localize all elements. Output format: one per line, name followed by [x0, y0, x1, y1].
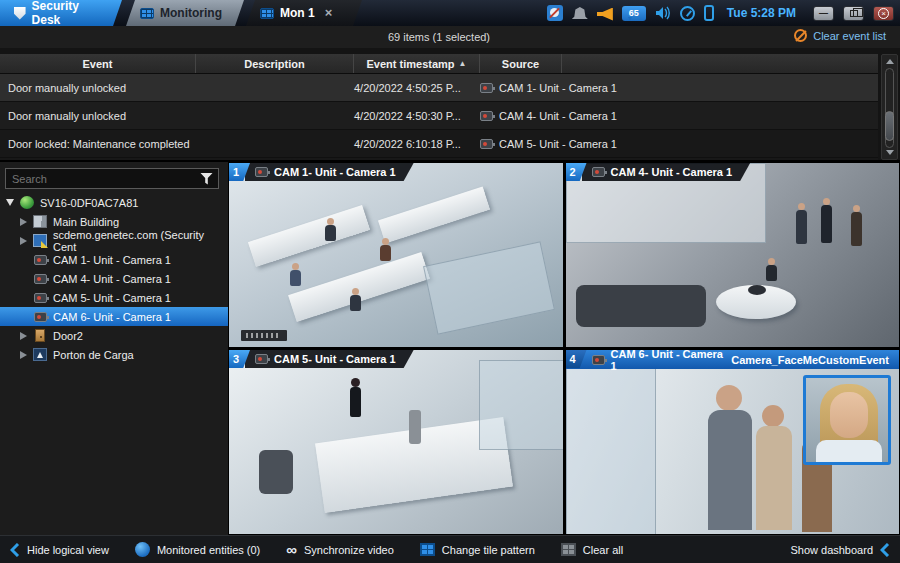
- synchronize-video-label: Synchronize video: [304, 544, 394, 556]
- timestamp-cell: 4/20/2022 4:50:30 P...: [354, 110, 480, 122]
- clear-all-button[interactable]: Clear all: [561, 543, 623, 556]
- video-wall-icon: [260, 8, 274, 19]
- mobile-phone-icon[interactable]: [704, 5, 714, 21]
- filter-icon[interactable]: [200, 173, 213, 185]
- hide-logical-view-button[interactable]: Hide logical view: [10, 543, 109, 557]
- sync-infinity-icon: ∞: [286, 544, 297, 556]
- clear-event-list-label: Clear event list: [813, 30, 886, 42]
- video-tile-3[interactable]: 3 CAM 5- Unit - Camera 1: [229, 350, 563, 534]
- change-tile-pattern-button[interactable]: Change tile pattern: [420, 543, 535, 556]
- event-list-statusbar: 69 items (1 selected) Clear event list: [0, 26, 900, 48]
- network-icon: [20, 196, 34, 209]
- column-header-event-timestamp[interactable]: Event timestamp▲: [354, 54, 480, 73]
- tab-mon-1[interactable]: Mon 1 ×: [246, 0, 362, 26]
- chevron-left-icon: [10, 543, 20, 557]
- clock: Tue 5:28 PM: [727, 6, 796, 20]
- change-tile-pattern-label: Change tile pattern: [442, 544, 535, 556]
- synchronize-video-button[interactable]: ∞ Synchronize video: [286, 544, 394, 556]
- close-button[interactable]: ×: [873, 6, 894, 21]
- search-box: [5, 168, 219, 189]
- expander-collapsed-icon[interactable]: [20, 237, 27, 245]
- table-row[interactable]: Door locked: Maintenance completed 4/20/…: [0, 130, 878, 158]
- source-cell: CAM 1- Unit - Camera 1: [480, 82, 878, 94]
- audio-alert-icon[interactable]: [597, 8, 613, 21]
- tree-item-cam4[interactable]: CAM 4- Unit - Camera 1: [0, 269, 228, 288]
- clear-all-icon: [561, 543, 576, 556]
- search-input[interactable]: [6, 173, 200, 185]
- face-shirt: [816, 440, 882, 465]
- scroll-down-icon[interactable]: [886, 150, 894, 155]
- directory-icon: [33, 234, 47, 247]
- gauge-icon[interactable]: [680, 6, 695, 21]
- camera-icon: [255, 167, 268, 177]
- tab-monitoring-label: Monitoring: [160, 6, 222, 20]
- monitored-entities-button[interactable]: Monitored entities (0): [135, 542, 260, 557]
- column-header-event[interactable]: Event: [0, 54, 196, 73]
- camera-icon: [34, 274, 47, 284]
- event-cell: Door manually unlocked: [0, 82, 354, 94]
- tile-camera-label: CAM 1- Unit - Camera 1: [274, 166, 396, 178]
- expander-collapsed-icon[interactable]: [20, 332, 27, 340]
- show-dashboard-button[interactable]: Show dashboard: [790, 543, 890, 557]
- tab-monitoring[interactable]: Monitoring: [126, 0, 244, 26]
- security-desk-window: Security Desk Monitoring Mon 1 × 65 Tue …: [0, 0, 900, 563]
- restore-button[interactable]: [843, 6, 864, 21]
- tab-bar: Security Desk Monitoring Mon 1 × 65 Tue …: [0, 0, 900, 26]
- camera-icon: [480, 139, 493, 149]
- expander-collapsed-icon[interactable]: [20, 351, 27, 359]
- tree-item-label: Main Building: [53, 216, 119, 228]
- video-tile-2[interactable]: 2 CAM 4- Unit - Camera 1: [566, 163, 900, 347]
- camera-feed-image: [566, 163, 900, 347]
- table-row[interactable]: Door manually unlocked 4/20/2022 4:50:25…: [0, 74, 878, 102]
- tree-item-cam6-selected[interactable]: CAM 6- Unit - Camera 1: [0, 307, 228, 326]
- tab-close-icon[interactable]: ×: [325, 8, 333, 18]
- tile-header: CAM 5- Unit - Camera 1: [245, 350, 414, 368]
- tree-item-label: SV16-0DF0AC7A81: [40, 197, 138, 209]
- tree-item-label: CAM 4- Unit - Camera 1: [53, 273, 171, 285]
- video-tile-grid: 1 CAM 1- Unit - Camera 1 2 CAM 4- Unit -…: [228, 160, 900, 535]
- camera-icon: [34, 312, 47, 322]
- expander-expanded-icon[interactable]: [6, 199, 14, 206]
- tree-item-porton-de-carga[interactable]: Porton de Carga: [0, 345, 228, 364]
- volume-icon[interactable]: [655, 6, 671, 22]
- face-match-thumbnail[interactable]: [803, 375, 891, 465]
- security-desk-shield-icon: [14, 7, 26, 20]
- tree-item-door2[interactable]: Door2: [0, 326, 228, 345]
- event-table-header: Event Description Event timestamp▲ Sourc…: [0, 54, 878, 74]
- tab-security-desk[interactable]: Security Desk: [0, 0, 122, 26]
- tree-item-directory[interactable]: scdemo.genetec.com (Security Cent: [0, 231, 228, 250]
- column-header-description[interactable]: Description: [196, 54, 354, 73]
- close-icon: ×: [878, 8, 889, 19]
- building-icon: [33, 215, 47, 228]
- table-row[interactable]: Door manually unlocked 4/20/2022 4:50:30…: [0, 102, 878, 130]
- minimize-button[interactable]: —: [813, 6, 834, 21]
- monitored-entities-icon: [135, 542, 150, 557]
- scheduler-icon[interactable]: [547, 5, 563, 21]
- source-cell: CAM 5- Unit - Camera 1: [480, 138, 878, 150]
- video-tile-1[interactable]: 1 CAM 1- Unit - Camera 1: [229, 163, 563, 347]
- message-count-badge[interactable]: 65: [622, 6, 646, 21]
- clear-event-list-button[interactable]: Clear event list: [794, 29, 886, 42]
- logical-view-sidebar: SV16-0DF0AC7A81 Main Building scdemo.gen…: [0, 160, 228, 535]
- scroll-up-icon[interactable]: [886, 59, 894, 64]
- tree-item-label: CAM 5- Unit - Camera 1: [53, 292, 171, 304]
- alarm-bell-icon[interactable]: [572, 7, 588, 21]
- tile-camera-label: CAM 4- Unit - Camera 1: [611, 166, 733, 178]
- column-header-source[interactable]: Source: [480, 54, 562, 73]
- restore-icon: [850, 10, 858, 17]
- expander-collapsed-icon[interactable]: [20, 218, 27, 226]
- chevron-left-icon: [880, 543, 890, 557]
- camera-icon: [592, 167, 605, 177]
- system-tray: 65 Tue 5:28 PM — ×: [547, 0, 900, 26]
- tree-item-cam1[interactable]: CAM 1- Unit - Camera 1: [0, 250, 228, 269]
- tree-item-server[interactable]: SV16-0DF0AC7A81: [0, 193, 228, 212]
- scrollbar-thumb[interactable]: [885, 111, 894, 141]
- tree-item-cam5[interactable]: CAM 5- Unit - Camera 1: [0, 288, 228, 307]
- clear-all-label: Clear all: [583, 544, 623, 556]
- tree-item-label: Door2: [53, 330, 83, 342]
- event-list-scrollbar[interactable]: [881, 54, 898, 160]
- tree-item-label: CAM 1- Unit - Camera 1: [53, 254, 171, 266]
- camera-icon: [592, 355, 605, 365]
- tile-header: CAM 4- Unit - Camera 1: [582, 163, 751, 181]
- video-tile-4-selected[interactable]: CAM 6- Unit - Camera 1 Camera_FaceMeCust…: [566, 350, 900, 534]
